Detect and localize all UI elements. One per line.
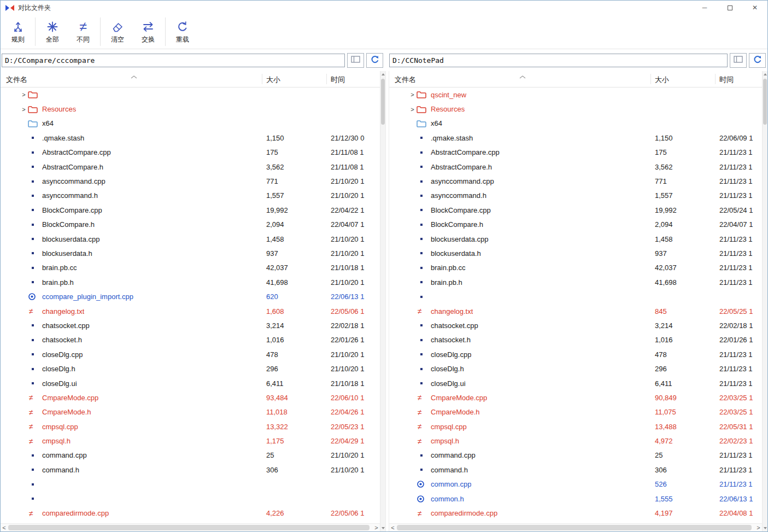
swap-button[interactable]: 交换 (133, 16, 163, 48)
sort-ascending-icon[interactable] (131, 72, 137, 80)
file-row[interactable]: asynccommand.h1,55721/11/23 1 (389, 189, 762, 203)
file-row[interactable]: ≠cmpsql.cpp13,32222/05/23 1 (1, 419, 380, 434)
file-row[interactable]: x64 (1, 116, 380, 131)
left-browse-button[interactable] (347, 53, 364, 68)
expand-chevron-icon[interactable]: > (408, 91, 417, 98)
file-row[interactable]: ≠CmpareMode.h11,07522/03/25 1 (389, 405, 762, 419)
file-row[interactable]: closeDlg.ui6,41121/10/18 1 (1, 376, 380, 390)
file-row[interactable] (1, 477, 380, 492)
close-button[interactable]: ✕ (742, 1, 767, 15)
file-row[interactable]: ≠changelog.txt84522/05/25 1 (389, 304, 762, 318)
file-row[interactable]: ≠cmpsql.h1,17522/04/29 1 (1, 434, 380, 448)
file-row[interactable]: BlockCompare.cpp19,99222/05/24 1 (389, 203, 762, 217)
file-row[interactable]: chatsocket.cpp3,21422/02/18 1 (389, 318, 762, 332)
reload-button[interactable]: 重载 (167, 16, 198, 48)
file-row[interactable]: brain.pb.h41,69821/11/23 1 (389, 275, 762, 289)
file-row[interactable]: command.h30621/11/23 1 (389, 463, 762, 477)
file-row[interactable]: brain.pb.cc42,03721/10/18 1 (1, 261, 380, 275)
scroll-left-icon[interactable]: < (1, 524, 8, 531)
right-vertical-scrollbar[interactable] (762, 71, 767, 531)
file-row[interactable]: ≠CmpareMode.cpp93,48422/06/10 1 (1, 390, 380, 405)
file-row[interactable]: BlockCompare.h2,09422/04/07 1 (389, 218, 762, 232)
vscroll-thumb[interactable] (381, 79, 385, 125)
hscroll-thumb[interactable] (397, 525, 752, 530)
file-row[interactable]: closeDlg.cpp47821/10/20 1 (1, 347, 380, 361)
file-row[interactable]: chatsocket.cpp3,21422/02/18 1 (1, 318, 380, 332)
sort-ascending-icon[interactable] (519, 72, 526, 80)
file-row[interactable]: ≠comparedirmode.cpp4,19722/04/08 1 (389, 506, 762, 520)
pane-splitter[interactable] (385, 71, 389, 531)
left-horizontal-scrollbar[interactable]: < > (1, 523, 380, 531)
file-row[interactable]: ≠CmpareMode.h11,01822/04/26 1 (1, 405, 380, 419)
file-row[interactable]: command.cpp2521/11/23 1 (389, 448, 762, 463)
file-row[interactable]: command.h30621/10/20 1 (1, 463, 380, 477)
file-row[interactable]: brain.pb.cc42,03721/11/23 1 (389, 261, 762, 275)
hscroll-thumb[interactable] (8, 525, 370, 530)
file-row[interactable]: closeDlg.cpp47821/11/23 1 (389, 347, 762, 361)
file-row[interactable]: asynccommand.h1,55721/10/20 1 (1, 189, 380, 203)
file-row[interactable]: asynccommand.cpp77121/11/23 1 (389, 174, 762, 188)
expand-chevron-icon[interactable]: > (20, 91, 28, 98)
left-path-input[interactable] (2, 54, 345, 67)
scroll-left-icon[interactable]: < (389, 524, 396, 531)
file-row[interactable]: blockuserdata.h93721/10/20 1 (1, 246, 380, 260)
file-row[interactable]: AbstractCompare.cpp17521/11/08 1 (1, 145, 380, 160)
file-row[interactable]: .qmake.stash1,15021/12/30 0 (1, 131, 380, 145)
right-browse-button[interactable] (730, 53, 747, 68)
file-row[interactable]: command.cpp2521/10/20 1 (1, 448, 380, 463)
file-row[interactable]: closeDlg.ui6,41121/11/23 1 (389, 376, 762, 390)
file-row[interactable]: ≠changelog.txt1,60822/05/06 1 (1, 304, 380, 318)
file-row[interactable]: closeDlg.h29621/10/20 1 (1, 361, 380, 376)
show-different-button[interactable]: ≠ 不同 (68, 16, 98, 48)
file-row[interactable]: x64 (389, 116, 762, 131)
file-row[interactable]: AbstractCompare.cpp17521/11/23 1 (389, 145, 762, 160)
right-refresh-button[interactable] (749, 53, 766, 68)
file-row[interactable]: ccompare_plugin_import.cpp62022/06/13 1 (1, 289, 380, 303)
hscroll-track[interactable] (8, 524, 373, 531)
file-row[interactable]: common.cpp52621/11/23 1 (389, 477, 762, 492)
file-row[interactable]: closeDlg.h29621/11/23 1 (389, 361, 762, 376)
right-path-input[interactable] (389, 54, 728, 67)
file-row[interactable]: ≠comparedirmode.cpp4,22622/05/06 1 (1, 506, 380, 520)
scroll-right-icon[interactable]: > (755, 524, 762, 531)
file-row[interactable]: AbstractCompare.h3,56221/11/23 1 (389, 160, 762, 174)
minimize-button[interactable]: ─ (692, 1, 717, 15)
expand-chevron-icon[interactable]: > (408, 106, 417, 113)
vscroll-thumb[interactable] (763, 79, 767, 125)
file-row[interactable]: brain.pb.h41,69821/10/20 1 (1, 275, 380, 289)
file-row[interactable]: BlockCompare.h2,09422/04/07 1 (1, 218, 380, 232)
rules-button[interactable]: 规则 (3, 16, 33, 48)
file-row[interactable]: blockuserdata.cpp1,45821/11/23 1 (389, 232, 762, 246)
scroll-right-icon[interactable]: > (373, 524, 380, 531)
hscroll-track[interactable] (396, 524, 755, 531)
file-row[interactable] (1, 492, 380, 506)
column-filename[interactable]: 文件名 (6, 75, 27, 85)
file-row[interactable]: >Resources (1, 102, 380, 116)
file-row[interactable]: ≠cmpsql.h4,97222/02/23 1 (389, 434, 762, 448)
show-all-button[interactable]: 全部 (37, 16, 68, 48)
column-filename[interactable]: 文件名 (395, 75, 416, 85)
file-row[interactable]: > (1, 87, 380, 102)
file-row[interactable]: blockuserdata.cpp1,45821/10/20 1 (1, 232, 380, 246)
file-row[interactable]: >Resources (389, 102, 762, 116)
file-row[interactable]: BlockCompare.cpp19,99222/04/22 1 (1, 203, 380, 217)
column-time[interactable]: 时间 (719, 75, 734, 85)
column-size[interactable]: 大小 (266, 75, 280, 85)
file-row[interactable]: ≠cmpsql.cpp13,48822/05/31 1 (389, 419, 762, 434)
file-row[interactable]: ≠CmpareMode.cpp90,84922/03/25 1 (389, 390, 762, 405)
file-row[interactable]: chatsocket.h1,01622/01/26 1 (389, 333, 762, 347)
file-row[interactable]: AbstractCompare.h3,56221/11/08 1 (1, 160, 380, 174)
file-row[interactable]: .qmake.stash1,15022/06/09 1 (389, 131, 762, 145)
right-horizontal-scrollbar[interactable]: < > (389, 523, 762, 531)
clear-button[interactable]: 清空 (102, 16, 133, 48)
file-row[interactable]: blockuserdata.h93721/11/23 1 (389, 246, 762, 260)
file-row[interactable]: chatsocket.h1,01622/01/26 1 (1, 333, 380, 347)
column-time[interactable]: 时间 (331, 75, 345, 85)
file-row[interactable]: >qscint_new (389, 87, 762, 102)
left-refresh-button[interactable] (366, 53, 383, 68)
maximize-button[interactable] (717, 1, 742, 15)
column-size[interactable]: 大小 (655, 75, 669, 85)
left-vertical-scrollbar[interactable] (380, 71, 385, 531)
file-row[interactable]: asynccommand.cpp77121/10/20 1 (1, 174, 380, 188)
expand-chevron-icon[interactable]: > (20, 106, 28, 113)
